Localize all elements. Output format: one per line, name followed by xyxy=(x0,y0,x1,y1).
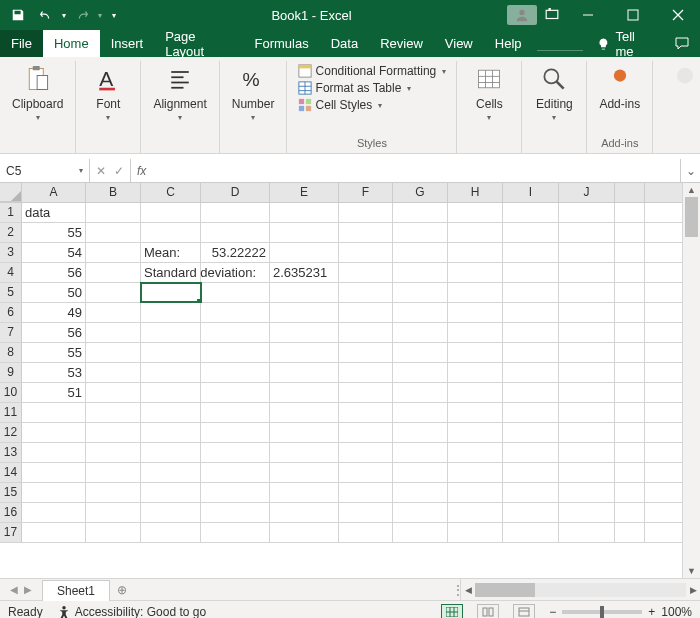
cell-E3[interactable] xyxy=(270,243,339,262)
scroll-down-arrow[interactable]: ▼ xyxy=(683,564,700,578)
cell-A11[interactable] xyxy=(22,403,86,422)
cell-F7[interactable] xyxy=(339,323,393,342)
cell-G10[interactable] xyxy=(393,383,448,402)
zoom-out-button[interactable]: − xyxy=(549,605,556,618)
format-as-table-button[interactable]: Format as Table▾ xyxy=(296,80,449,96)
redo-dropdown[interactable]: ▾ xyxy=(98,11,102,20)
cell-E13[interactable] xyxy=(270,443,339,462)
cell-F12[interactable] xyxy=(339,423,393,442)
col-header-C[interactable]: C xyxy=(141,183,201,202)
cell-F16[interactable] xyxy=(339,503,393,522)
ribbon-display-options[interactable] xyxy=(543,8,561,22)
cell-J15[interactable] xyxy=(559,483,615,502)
user-account[interactable] xyxy=(507,5,537,25)
cell-B4[interactable] xyxy=(86,263,141,282)
cell-B15[interactable] xyxy=(86,483,141,502)
cell-A10[interactable]: 51 xyxy=(22,383,86,402)
view-page-layout-button[interactable] xyxy=(477,604,499,618)
maximize-button[interactable] xyxy=(610,0,655,30)
cell-C9[interactable] xyxy=(141,363,201,382)
cell-J13[interactable] xyxy=(559,443,615,462)
accessibility-status[interactable]: Accessibility: Good to go xyxy=(57,605,206,618)
comments-button[interactable] xyxy=(663,30,700,57)
cell-B1[interactable] xyxy=(86,203,141,222)
cell-C2[interactable] xyxy=(141,223,201,242)
cell-A17[interactable] xyxy=(22,523,86,542)
cell-extra-17[interactable] xyxy=(615,523,645,542)
cell-I12[interactable] xyxy=(503,423,559,442)
col-header-H[interactable]: H xyxy=(448,183,503,202)
cell-extra-15[interactable] xyxy=(615,483,645,502)
cell-I15[interactable] xyxy=(503,483,559,502)
cell-E11[interactable] xyxy=(270,403,339,422)
sheet-tab-sheet1[interactable]: Sheet1 xyxy=(42,580,110,601)
name-box[interactable]: C5▾ xyxy=(0,159,90,182)
cell-B17[interactable] xyxy=(86,523,141,542)
cell-H5[interactable] xyxy=(448,283,503,302)
cell-C15[interactable] xyxy=(141,483,201,502)
extra-button[interactable] xyxy=(661,63,700,113)
scroll-up-arrow[interactable]: ▲ xyxy=(683,183,700,197)
cell-A6[interactable]: 49 xyxy=(22,303,86,322)
cell-H13[interactable] xyxy=(448,443,503,462)
cells-button[interactable]: Cells▾ xyxy=(465,63,513,124)
cell-C8[interactable] xyxy=(141,343,201,362)
cell-styles-button[interactable]: Cell Styles▾ xyxy=(296,97,449,113)
cell-E12[interactable] xyxy=(270,423,339,442)
cell-D8[interactable] xyxy=(201,343,270,362)
cell-J9[interactable] xyxy=(559,363,615,382)
cell-I1[interactable] xyxy=(503,203,559,222)
cell-G9[interactable] xyxy=(393,363,448,382)
cell-extra-2[interactable] xyxy=(615,223,645,242)
cell-E5[interactable] xyxy=(270,283,339,302)
view-normal-button[interactable] xyxy=(441,604,463,618)
cell-J12[interactable] xyxy=(559,423,615,442)
col-header-extra[interactable] xyxy=(615,183,645,202)
undo-dropdown[interactable]: ▾ xyxy=(62,11,66,20)
cell-J17[interactable] xyxy=(559,523,615,542)
cell-J10[interactable] xyxy=(559,383,615,402)
cell-D15[interactable] xyxy=(201,483,270,502)
row-header-12[interactable]: 12 xyxy=(0,423,22,442)
cell-I10[interactable] xyxy=(503,383,559,402)
cell-extra-7[interactable] xyxy=(615,323,645,342)
formula-input[interactable] xyxy=(152,159,680,182)
zoom-slider[interactable] xyxy=(562,610,642,614)
col-header-F[interactable]: F xyxy=(339,183,393,202)
row-header-14[interactable]: 14 xyxy=(0,463,22,482)
cell-G15[interactable] xyxy=(393,483,448,502)
cell-H1[interactable] xyxy=(448,203,503,222)
cell-G14[interactable] xyxy=(393,463,448,482)
cell-D17[interactable] xyxy=(201,523,270,542)
cell-D10[interactable] xyxy=(201,383,270,402)
cell-I13[interactable] xyxy=(503,443,559,462)
cell-J2[interactable] xyxy=(559,223,615,242)
row-header-8[interactable]: 8 xyxy=(0,343,22,362)
col-header-D[interactable]: D xyxy=(201,183,270,202)
row-header-4[interactable]: 4 xyxy=(0,263,22,282)
cell-C12[interactable] xyxy=(141,423,201,442)
cell-E7[interactable] xyxy=(270,323,339,342)
cell-I9[interactable] xyxy=(503,363,559,382)
sheet-next[interactable]: ▶ xyxy=(24,584,32,595)
cell-C13[interactable] xyxy=(141,443,201,462)
cell-D16[interactable] xyxy=(201,503,270,522)
cell-G7[interactable] xyxy=(393,323,448,342)
col-header-J[interactable]: J xyxy=(559,183,615,202)
cell-D9[interactable] xyxy=(201,363,270,382)
horizontal-scrollbar[interactable]: ◀ ▶ xyxy=(460,579,700,600)
cell-B16[interactable] xyxy=(86,503,141,522)
col-header-A[interactable]: A xyxy=(22,183,86,202)
cell-I16[interactable] xyxy=(503,503,559,522)
cell-F11[interactable] xyxy=(339,403,393,422)
tab-home[interactable]: Home xyxy=(43,30,100,57)
cell-B3[interactable] xyxy=(86,243,141,262)
cell-extra-8[interactable] xyxy=(615,343,645,362)
editing-button[interactable]: Editing▾ xyxy=(530,63,578,124)
cell-B11[interactable] xyxy=(86,403,141,422)
cell-D7[interactable] xyxy=(201,323,270,342)
row-header-2[interactable]: 2 xyxy=(0,223,22,242)
cell-E1[interactable] xyxy=(270,203,339,222)
cell-extra-9[interactable] xyxy=(615,363,645,382)
tab-data[interactable]: Data xyxy=(320,30,369,57)
